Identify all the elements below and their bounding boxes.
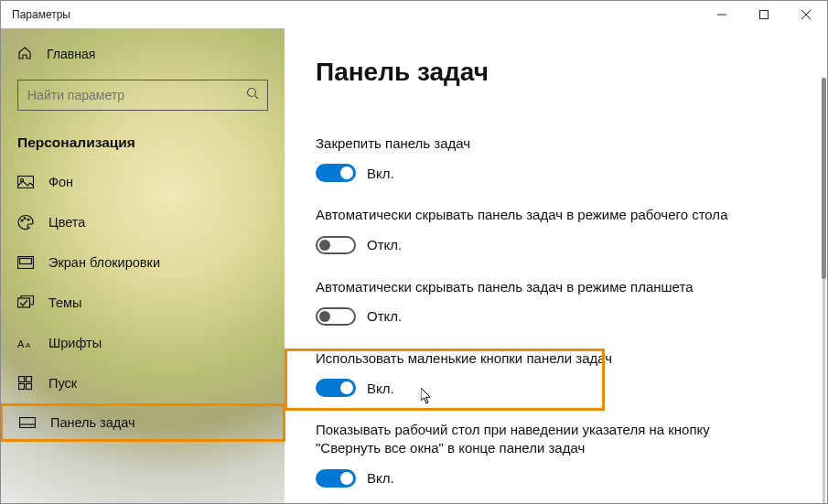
toggle-state: Вкл.	[367, 166, 394, 181]
svg-rect-18	[19, 384, 25, 390]
toggle-state: Откл.	[367, 308, 402, 324]
search-wrap	[17, 80, 268, 111]
toggle-autohide-desktop[interactable]	[316, 236, 356, 254]
search-icon	[246, 87, 259, 103]
window-controls	[701, 1, 827, 28]
sidebar-item-label: Фон	[48, 175, 73, 189]
search-input[interactable]	[17, 80, 268, 111]
scrollbar-thumb[interactable]	[822, 78, 826, 279]
svg-point-10	[27, 219, 29, 220]
sidebar-item-themes[interactable]: Темы	[1, 283, 285, 323]
maximize-icon	[759, 10, 769, 19]
sidebar-item-label: Экран блокировки	[48, 255, 160, 270]
setting-label: Автоматически скрывать панель задач в ре…	[316, 206, 764, 224]
section-title: Персонализация	[1, 125, 285, 162]
window-title: Параметры	[12, 8, 70, 21]
svg-rect-20	[20, 418, 36, 428]
setting-peek-desktop: Показывать рабочий стол при наведении ук…	[316, 421, 764, 488]
setting-autohide-desktop: Автоматически скрывать панель задач в ре…	[316, 206, 764, 253]
svg-point-4	[248, 89, 256, 97]
sidebar-item-fonts[interactable]: AA Шрифты	[1, 323, 285, 363]
sidebar: Главная Персонализация Фон Цвета	[1, 28, 285, 503]
sidebar-item-background[interactable]: Фон	[1, 162, 285, 202]
minimize-icon	[717, 10, 726, 19]
svg-rect-16	[19, 377, 25, 382]
toggle-lock-taskbar[interactable]	[316, 164, 356, 182]
body: Главная Персонализация Фон Цвета	[1, 28, 827, 503]
setting-autohide-tablet: Автоматически скрывать панель задач в ре…	[316, 278, 764, 326]
minimize-button[interactable]	[701, 1, 743, 28]
toggle-small-buttons[interactable]	[316, 379, 356, 397]
page-title: Панель задач	[316, 58, 800, 87]
sidebar-item-label: Цвета	[48, 215, 85, 230]
sidebar-item-label: Панель задач	[50, 415, 135, 430]
home-link[interactable]: Главная	[1, 38, 285, 70]
close-icon	[801, 10, 811, 19]
main-content: Панель задач Закрепить панель задач Вкл.…	[285, 28, 827, 503]
picture-icon	[17, 176, 34, 188]
svg-point-9	[24, 218, 26, 220]
sidebar-item-lockscreen[interactable]: Экран блокировки	[1, 242, 285, 283]
setting-small-buttons: Использовать маленькие кнопки панели зад…	[316, 349, 764, 397]
svg-rect-6	[18, 177, 34, 188]
toggle-peek-desktop[interactable]	[316, 469, 356, 488]
svg-point-8	[21, 220, 23, 221]
toggle-state: Вкл.	[367, 470, 394, 486]
start-icon	[17, 376, 34, 391]
settings-window: Параметры Главная	[0, 0, 828, 504]
palette-icon	[17, 214, 34, 231]
close-button[interactable]	[785, 1, 827, 28]
sidebar-item-start[interactable]: Пуск	[1, 363, 285, 403]
svg-rect-19	[27, 384, 32, 390]
setting-label: Использовать маленькие кнопки панели зад…	[316, 349, 764, 368]
taskbar-icon	[19, 417, 36, 428]
sidebar-item-taskbar[interactable]: Панель задач	[1, 403, 285, 442]
svg-text:A: A	[26, 341, 31, 349]
setting-lock-taskbar: Закрепить панель задач Вкл.	[316, 134, 764, 182]
titlebar: Параметры	[1, 1, 827, 28]
fonts-icon: AA	[17, 337, 34, 349]
sidebar-item-label: Темы	[48, 295, 82, 310]
svg-rect-1	[760, 11, 769, 19]
toggle-autohide-tablet[interactable]	[316, 307, 356, 326]
svg-line-5	[255, 96, 259, 100]
sidebar-item-label: Шрифты	[48, 336, 102, 350]
svg-rect-13	[18, 298, 30, 307]
themes-icon	[17, 295, 34, 310]
svg-text:A: A	[17, 338, 25, 349]
sidebar-item-label: Пуск	[48, 376, 77, 391]
sidebar-item-colors[interactable]: Цвета	[1, 202, 285, 242]
lockscreen-icon	[17, 256, 34, 269]
home-label: Главная	[47, 47, 95, 61]
svg-rect-17	[27, 377, 32, 382]
toggle-state: Вкл.	[367, 381, 394, 396]
setting-label: Закрепить панель задач	[316, 134, 764, 153]
maximize-button[interactable]	[743, 1, 785, 28]
setting-label: Показывать рабочий стол при наведении ук…	[316, 421, 764, 458]
home-icon	[17, 46, 32, 63]
setting-label: Автоматически скрывать панель задач в ре…	[316, 278, 764, 296]
toggle-state: Откл.	[367, 237, 402, 252]
svg-rect-12	[20, 259, 32, 264]
